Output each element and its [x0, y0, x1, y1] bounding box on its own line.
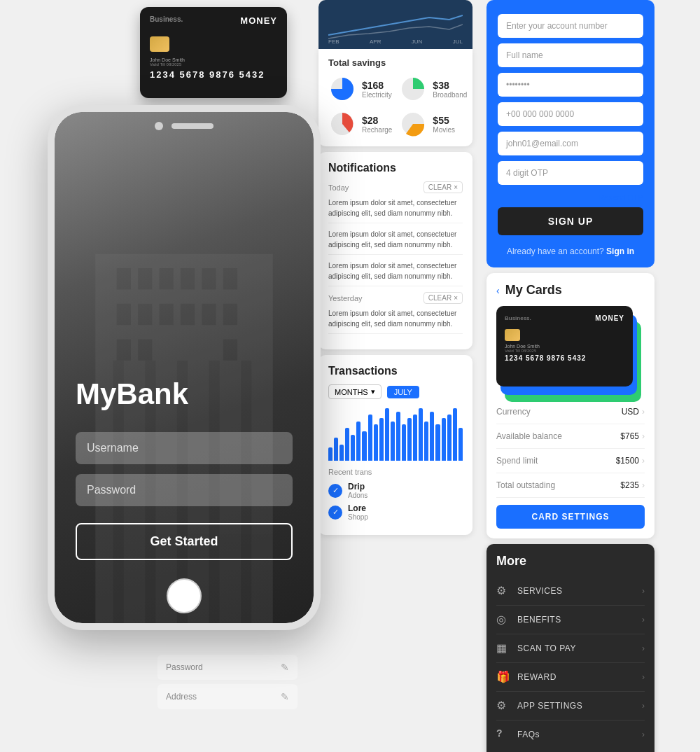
- more-reward[interactable]: 🎁 REWARD ›: [496, 663, 645, 692]
- today-header: Today CLEAR ×: [328, 181, 463, 193]
- clear-yesterday-button[interactable]: CLEAR ×: [424, 292, 463, 304]
- month-jul: JUL: [453, 39, 463, 45]
- signup-footer: Already have an account? Sign in: [498, 246, 643, 256]
- months-filter-button[interactable]: MONTHS ▾: [328, 384, 382, 399]
- edit-icon-password: ✎: [281, 662, 289, 673]
- spend-limit-value: $1500 ›: [616, 456, 645, 466]
- balance-row[interactable]: Available balance $765 ›: [496, 424, 645, 449]
- spend-limit-row[interactable]: Spend limit $1500 ›: [496, 449, 645, 473]
- mycards-widget: ‹ My Cards 1234 5678 9876 5432 1234 5678…: [486, 273, 654, 538]
- bar-chart: [328, 405, 463, 461]
- more-services[interactable]: ⚙ SERVICES ›: [496, 577, 645, 606]
- more-benefits[interactable]: ◎ BENEFITS ›: [496, 606, 645, 634]
- reward-chevron-icon: ›: [642, 672, 645, 682]
- outstanding-value: $235 ›: [620, 480, 645, 490]
- transaction-drip: ✓ Drip Adons: [328, 482, 463, 499]
- notif-yesterday-1: Lorem ipsum dolor sit amet, consectetuer…: [328, 308, 463, 334]
- notif-today-3: Lorem ipsum dolor sit amet, consectetuer…: [328, 260, 463, 286]
- cards-stack: 1234 5678 9876 5432 1234 5678 9876 5432 …: [496, 306, 645, 390]
- chevron-right-icon-3: ›: [642, 456, 645, 466]
- bar-item: [396, 412, 400, 461]
- services-icon: ⚙: [496, 584, 510, 598]
- bar-item: [402, 424, 406, 461]
- bar-item: [413, 415, 417, 461]
- bar-item: [368, 415, 372, 461]
- phone-app-title: MyBank: [76, 377, 188, 411]
- mycards-business-label: Business.: [505, 315, 531, 321]
- bar-item: [379, 418, 384, 461]
- faqs-chevron-icon: ›: [642, 730, 645, 739]
- signin-link[interactable]: Sign in: [606, 246, 634, 256]
- more-scan-to-pay[interactable]: ▦ SCAN TO PAY ›: [496, 634, 645, 663]
- more-app-settings[interactable]: ⚙ APP SETTINGS ›: [496, 692, 645, 720]
- trans-check-icon: ✓: [328, 484, 342, 498]
- trans-check-icon-2: ✓: [328, 506, 342, 520]
- bank-card-main: Business. MONEY John Doe Smith Valid Til…: [140, 7, 287, 98]
- bar-item: [424, 422, 428, 461]
- phone-home-button[interactable]: [167, 578, 202, 613]
- more-faqs[interactable]: ? FAQs ›: [496, 720, 645, 748]
- recharge-amount: $28: [362, 115, 392, 126]
- phone-camera: [155, 122, 163, 130]
- chevron-right-icon-2: ›: [642, 431, 645, 441]
- notif-today-2: Lorem ipsum dolor sit amet, consectetuer…: [328, 229, 463, 255]
- movies-label: Movies: [433, 126, 455, 134]
- card-money-label: MONEY: [240, 15, 277, 26]
- clear-today-button[interactable]: CLEAR ×: [424, 181, 463, 193]
- recharge-label: Recharge: [362, 126, 392, 134]
- recent-trans-label: Recent trans: [328, 468, 463, 476]
- outstanding-row[interactable]: Total outstading $235 ›: [496, 473, 645, 498]
- notif-today-1: Lorem ipsum dolor sit amet, consectetuer…: [328, 197, 463, 223]
- username-input[interactable]: [76, 432, 293, 464]
- trans-name-lore: Lore: [348, 503, 368, 513]
- trans-sub-drip: Adons: [348, 492, 368, 499]
- otp-field[interactable]: 4 digit OTP: [498, 161, 643, 185]
- savings-chart-area: FEB APR JUN JUL: [318, 0, 472, 49]
- back-arrow-icon[interactable]: ‹: [496, 285, 500, 296]
- password-input[interactable]: [76, 474, 293, 506]
- get-started-button[interactable]: Get Started: [76, 523, 293, 560]
- phone-top-bar: [155, 122, 214, 130]
- currency-label: Currency: [496, 407, 531, 417]
- right-column: Enter your account number Full name ••••…: [486, 0, 654, 752]
- outstanding-label: Total outstading: [496, 480, 555, 490]
- password-field-bottom[interactable]: Password ✎: [158, 655, 298, 680]
- transaction-lore: ✓ Lore Shopp: [328, 503, 463, 521]
- fullname-field[interactable]: Full name: [498, 43, 643, 67]
- month-jun: JUN: [412, 39, 423, 45]
- balance-value: $765 ›: [620, 431, 645, 441]
- phone-speaker: [172, 123, 214, 129]
- savings-recharge: $28 Recharge: [328, 110, 392, 138]
- mycards-valid: Valid Till 08/2025: [505, 349, 624, 353]
- more-widget: More ⚙ SERVICES › ◎ BENEFITS › ▦ SCAN TO…: [486, 544, 654, 752]
- today-label: Today: [328, 183, 349, 192]
- address-field-bottom[interactable]: Address ✎: [158, 684, 298, 709]
- chevron-right-icon: ›: [642, 407, 645, 417]
- card-info-rows: Currency USD › Available balance $765 › …: [496, 400, 645, 498]
- reward-label: REWARD: [517, 672, 556, 682]
- password-field-signup[interactable]: ••••••••: [498, 73, 643, 97]
- bar-item: [419, 408, 423, 461]
- faqs-label: FAQs: [517, 730, 540, 739]
- services-chevron-icon: ›: [642, 586, 645, 596]
- account-number-field[interactable]: Enter your account number: [498, 14, 643, 38]
- card-number: 1234 5678 9876 5432: [150, 69, 277, 80]
- currency-row[interactable]: Currency USD ›: [496, 400, 645, 424]
- spend-limit-label: Spend limit: [496, 456, 538, 466]
- reward-icon: 🎁: [496, 670, 510, 684]
- email-field[interactable]: john01@email.com: [498, 132, 643, 155]
- notifications-title: Notifications: [328, 162, 463, 174]
- mycards-chip-icon: [505, 329, 520, 341]
- movies-amount: $55: [433, 115, 455, 126]
- card-settings-button[interactable]: CARD SETTINGS: [496, 505, 645, 529]
- transactions-widget: Transactions MONTHS ▾ JULY Recent trans …: [318, 355, 472, 535]
- bar-item: [385, 408, 389, 461]
- bar-item: [351, 435, 355, 461]
- july-badge: JULY: [387, 386, 419, 398]
- bottom-form-fields: Password ✎ Address ✎: [158, 655, 298, 713]
- signup-button[interactable]: SIGN UP: [498, 207, 643, 235]
- resend-otp-button[interactable]: Resend OTP: [598, 193, 643, 202]
- bar-item: [345, 428, 349, 461]
- phone-screen: MyBank Get Started: [55, 112, 314, 623]
- phone-field[interactable]: +00 000 000 0000: [498, 102, 643, 126]
